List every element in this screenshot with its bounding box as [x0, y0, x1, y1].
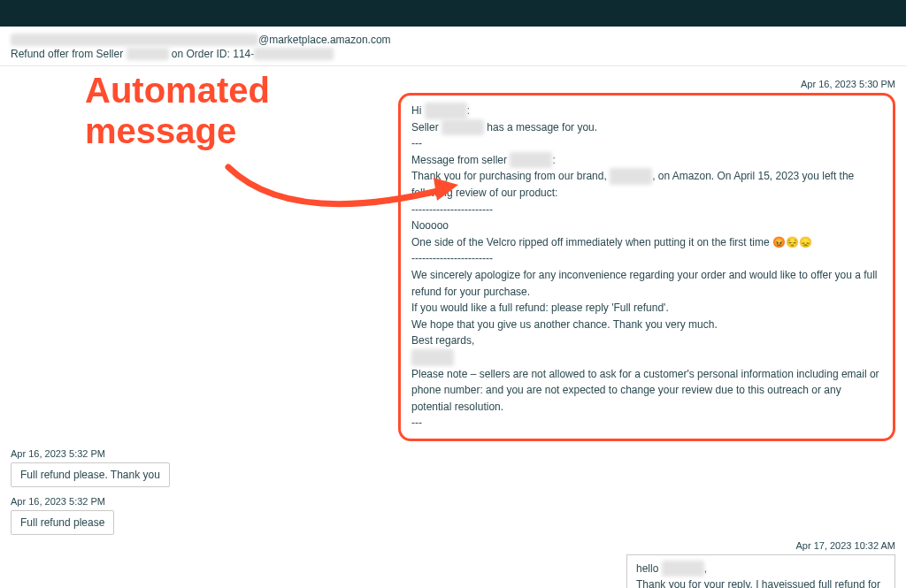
seller-reply-timestamp: Apr 17, 2023 10:32 AM — [11, 540, 895, 551]
msg1-sep1: --- — [411, 135, 882, 152]
msg1-timestamp: Apr 16, 2023 5:30 PM — [11, 79, 895, 89]
redacted-name2: xxxxxxxx — [662, 561, 704, 577]
subject-prefix: Refund offer from Seller — [11, 48, 127, 60]
app-topbar — [0, 0, 906, 27]
email-from-line: xxxxxxxx xxxxxxxxxxxx xxxxxxxxxxxxxxxxx … — [11, 34, 895, 46]
annotation-text-2: message — [85, 111, 386, 151]
message-thread: Automated message Apr 16, 2023 5:30 PM H… — [0, 66, 906, 588]
redacted-seller: xxxxxxxx — [127, 48, 169, 60]
email-subject-line: Refund offer from Seller xxxxxxxx on Ord… — [11, 48, 895, 60]
automated-seller-message: Hi xxxxxxxx: Seller xxxxxxxx has a messa… — [398, 93, 895, 441]
sr-l1b: , — [704, 562, 707, 575]
msg1-greeting-a: Hi — [411, 104, 425, 117]
sr-l2: Thank you for your reply. I haveissued f… — [636, 577, 886, 588]
msg1-apology: We sincerely apologize for any inconveni… — [411, 267, 882, 300]
reply1-text: Full refund please. Thank you — [20, 469, 160, 481]
reply2-text: Full refund please — [20, 516, 104, 529]
msg1-note: Please note – sellers are not allowed to… — [411, 366, 882, 416]
msg1-review-body: One side of the Velcro ripped off immedi… — [411, 236, 772, 248]
msg1-l4b: : — [552, 154, 555, 166]
redacted-sender: xxxxxxxx xxxxxxxxxxxx xxxxxxxxxxxxxxxxx … — [11, 34, 258, 46]
msg1-hope: We hope that you give us another chance.… — [411, 317, 882, 333]
msg1-greeting-b: : — [467, 104, 470, 117]
redacted-seller3: xxxxxxxx — [510, 152, 552, 169]
redacted-name: xxxxxxxx — [425, 103, 467, 119]
from-suffix: @marketplace.amazon.com — [258, 34, 391, 46]
msg1-review-title: Nooooo — [411, 218, 882, 234]
msg1-l4a: Message from seller — [411, 154, 510, 166]
buyer-reply-1[interactable]: Full refund please. Thank you — [11, 462, 170, 487]
msg1-end: --- — [411, 415, 882, 431]
reply1-timestamp: Apr 16, 2023 5:32 PM — [11, 448, 895, 459]
redacted-sign: xxxxxxxx — [411, 349, 454, 366]
annotation-text-1: Automated — [85, 70, 386, 111]
subject-mid: on Order ID: 114- — [169, 48, 255, 60]
redacted-brand: xxxxxxxx — [610, 168, 652, 185]
buyer-reply-2[interactable]: Full refund please — [11, 510, 114, 535]
msg1-emojis: 😡😔😞 — [772, 236, 812, 248]
msg1-l2a: Seller — [411, 121, 441, 134]
seller-reply[interactable]: hello xxxxxxxx, Thank you for your reply… — [626, 554, 895, 588]
reply2-timestamp: Apr 16, 2023 5:32 PM — [11, 496, 895, 507]
msg1-regards: Best regards, — [411, 332, 882, 349]
msg1-l5a: Thank you for purchasing from our brand, — [411, 170, 610, 182]
msg1-dash1: ----------------------- — [411, 202, 882, 218]
sr-l1a: hello — [636, 562, 662, 575]
msg1-dash2: ----------------------- — [411, 250, 882, 267]
redacted-order: xxxxxxxxxxxxxxx — [254, 48, 334, 60]
redacted-seller2: xxxxxxxx — [441, 119, 484, 136]
msg1-instruct: If you would like a full refund: please … — [411, 300, 882, 317]
msg1-l2b: has a message for you. — [484, 121, 597, 134]
email-header: xxxxxxxx xxxxxxxxxxxx xxxxxxxxxxxxxxxxx … — [0, 27, 906, 66]
